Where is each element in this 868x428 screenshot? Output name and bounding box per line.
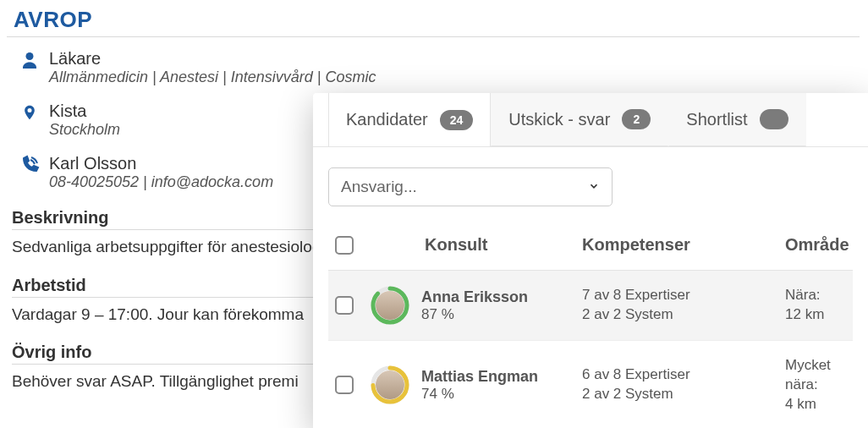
person-icon	[19, 49, 41, 71]
col-omrade: Område	[785, 235, 849, 255]
candidate-name: Anna Eriksson	[421, 288, 528, 306]
candidates-panel: Kandidater 24 Utskick - svar 2 Shortlist…	[313, 93, 868, 428]
col-konsult: Konsult	[371, 235, 582, 255]
tab-badge	[760, 109, 788, 129]
systems-label: 2 av 2 System	[582, 385, 785, 404]
region-label: Stockholm	[49, 121, 120, 139]
location-pin-icon	[19, 102, 41, 123]
distance-value: 4 km	[785, 395, 853, 414]
avatar	[371, 286, 409, 325]
distance-value: 12 km	[785, 305, 853, 325]
table-header: Konsult Kompetenser Område	[328, 235, 853, 271]
tab-label: Utskick - svar	[508, 110, 610, 129]
phone-icon	[19, 154, 41, 176]
row-checkbox[interactable]	[335, 376, 354, 394]
expertises-label: 7 av 8 Expertiser	[582, 286, 785, 305]
page-title: AVROP	[0, 0, 868, 35]
chevron-down-icon	[588, 178, 600, 196]
contact-name: Karl Olsson	[49, 154, 273, 173]
svg-point-0	[26, 52, 34, 60]
avatar	[371, 365, 409, 404]
col-kompetenser: Kompetenser	[582, 235, 785, 255]
info-row-role: Läkare Allmänmedicin | Anestesi | Intens…	[19, 49, 868, 86]
distance-label: Mycket nära:	[785, 356, 853, 395]
tab-kandidater[interactable]: Kandidater 24	[328, 93, 491, 146]
tab-shortlist[interactable]: Shortlist	[668, 93, 805, 146]
select-placeholder: Ansvarig...	[341, 178, 417, 196]
specialties-label: Allmänmedicin | Anestesi | Intensivvård …	[49, 69, 376, 86]
distance-label: Nära:	[785, 286, 853, 305]
candidate-percent: 74 %	[421, 386, 538, 403]
candidate-percent: 87 %	[421, 306, 528, 323]
ansvarig-select[interactable]: Ansvarig...	[328, 167, 613, 206]
tab-utskick[interactable]: Utskick - svar 2	[491, 93, 668, 146]
table-row[interactable]: Anna Eriksson 87 % 7 av 8 Expertiser 2 a…	[328, 271, 853, 341]
expertises-label: 6 av 8 Expertiser	[582, 365, 785, 385]
table-row[interactable]: Mattias Engman 74 % 6 av 8 Expertiser 2 …	[328, 341, 853, 428]
tab-bar: Kandidater 24 Utskick - svar 2 Shortlist	[313, 93, 868, 147]
tab-badge: 2	[622, 109, 651, 129]
candidate-name: Mattias Engman	[421, 368, 538, 386]
contact-sub: 08-40025052 | info@adocka.com	[49, 173, 273, 191]
title-divider	[7, 36, 860, 37]
systems-label: 2 av 2 System	[582, 305, 785, 325]
city-label: Kista	[49, 102, 120, 121]
role-label: Läkare	[49, 49, 376, 69]
row-checkbox[interactable]	[335, 296, 354, 315]
candidates-table: Konsult Kompetenser Område Anna Eriksson…	[328, 235, 853, 428]
tab-label: Kandidater	[346, 110, 428, 129]
tab-badge: 24	[440, 110, 474, 130]
tab-label: Shortlist	[686, 110, 747, 129]
select-all-checkbox[interactable]	[335, 236, 354, 255]
